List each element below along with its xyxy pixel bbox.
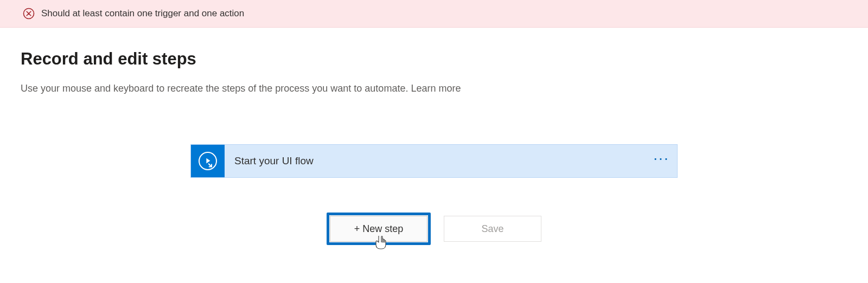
error-banner: Should at least contain one trigger and … xyxy=(0,0,868,28)
main-content: Record and edit steps Use your mouse and… xyxy=(0,28,868,245)
flow-step-more-icon[interactable]: ··· xyxy=(646,145,677,177)
error-message: Should at least contain one trigger and … xyxy=(41,8,244,19)
button-row: + New step Save xyxy=(327,213,541,245)
page-title: Record and edit steps xyxy=(21,49,847,69)
save-button[interactable]: Save xyxy=(444,216,541,242)
page-description: Use your mouse and keyboard to recreate … xyxy=(21,83,847,94)
learn-more-link[interactable]: Learn more xyxy=(411,83,461,94)
page-description-text: Use your mouse and keyboard to recreate … xyxy=(21,83,411,94)
flow-step-label: Start your UI flow xyxy=(225,145,646,177)
new-step-highlight: + New step xyxy=(327,213,431,245)
flow-step-card[interactable]: Start your UI flow ··· xyxy=(190,144,678,178)
error-icon xyxy=(23,8,35,20)
flow-area: Start your UI flow ··· + New step Save xyxy=(21,144,847,245)
flow-step-icon-wrap xyxy=(191,145,225,177)
new-step-button[interactable]: + New step xyxy=(330,216,427,242)
record-play-icon xyxy=(199,152,217,170)
